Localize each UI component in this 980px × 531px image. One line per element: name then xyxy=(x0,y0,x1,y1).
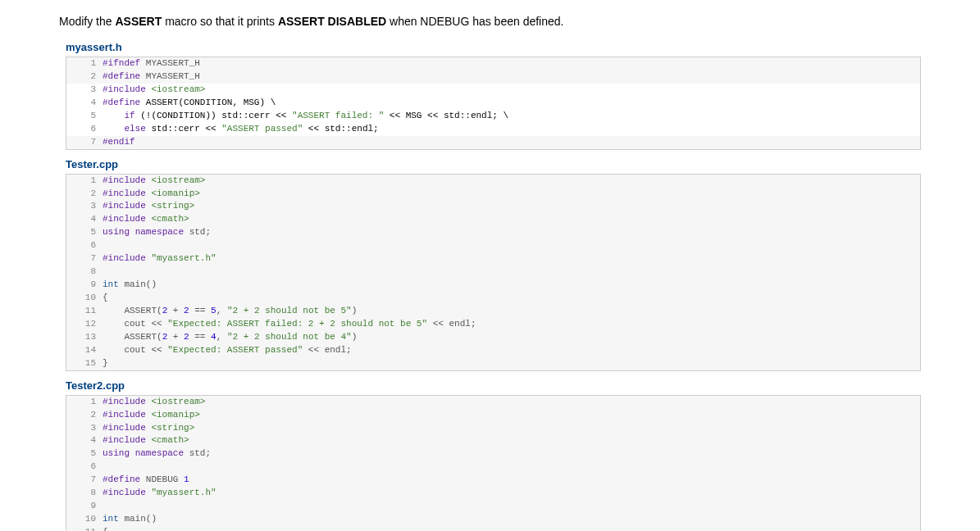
code-line[interactable]: 6 else std::cerr << "ASSERT passed" << s… xyxy=(66,123,920,136)
code-text: #include <string> xyxy=(103,422,920,435)
code-text xyxy=(103,500,920,513)
code-line: 11{ xyxy=(66,526,920,531)
file-name: Tester2.cpp xyxy=(66,379,921,392)
line-number: 12 xyxy=(66,318,103,331)
code-text: #include "myassert.h" xyxy=(103,252,920,266)
code-line[interactable]: 3#include <iostream> xyxy=(66,84,920,97)
code-text: #include <iomanip> xyxy=(103,188,920,201)
file-block: Tester.cpp1#include <iostream>2#include … xyxy=(66,158,921,371)
code-line: 6 xyxy=(66,461,920,474)
line-number: 8 xyxy=(66,487,103,500)
code-text: #define MYASSERT_H xyxy=(103,70,920,84)
line-number: 5 xyxy=(66,226,103,239)
line-number: 3 xyxy=(66,84,103,97)
line-number: 4 xyxy=(66,97,103,110)
line-number: 3 xyxy=(66,422,103,435)
code-text: #include <iomanip> xyxy=(103,409,920,422)
code-line[interactable]: 4#define ASSERT(CONDITION, MSG) \ xyxy=(66,97,920,110)
code-text: { xyxy=(103,292,920,305)
code-text: #include <cmath> xyxy=(103,213,920,226)
code-text: #include "myassert.h" xyxy=(103,487,920,500)
line-number: 7 xyxy=(66,474,103,487)
line-number: 14 xyxy=(66,344,103,357)
code-text: #ifndef MYASSERT_H xyxy=(103,57,920,70)
line-number: 13 xyxy=(66,331,103,344)
assert-macro: ASSERT xyxy=(115,15,162,28)
code-line: 9int main() xyxy=(66,279,920,292)
code-line: 9 xyxy=(66,500,920,513)
line-number: 10 xyxy=(66,292,103,305)
code-text: cout << "Expected: ASSERT passed" << end… xyxy=(103,344,920,357)
file-name: Tester.cpp xyxy=(66,158,921,170)
code-line: 8 xyxy=(66,266,920,279)
code-text[interactable]: #define ASSERT(CONDITION, MSG) \ xyxy=(103,97,920,110)
code-text: #include <cmath> xyxy=(103,434,920,447)
code-line: 2#define MYASSERT_H xyxy=(66,70,920,84)
line-number: 15 xyxy=(66,357,103,370)
code-line: 1#include <iostream> xyxy=(66,396,920,409)
code-line[interactable]: 5 if (!(CONDITION)) std::cerr << "ASSERT… xyxy=(66,110,920,123)
line-number: 9 xyxy=(66,279,103,292)
code-text[interactable]: else std::cerr << "ASSERT passed" << std… xyxy=(103,123,920,136)
line-number: 7 xyxy=(66,136,103,149)
code-line: 6 xyxy=(66,239,920,252)
code-line: 7#endif xyxy=(66,136,920,149)
line-number: 5 xyxy=(66,110,103,123)
code-text: #define NDEBUG 1 xyxy=(103,474,920,487)
line-number: 5 xyxy=(66,447,103,461)
code-area: 1#ifndef MYASSERT_H2#define MYASSERT_H3#… xyxy=(66,57,921,150)
code-area: 1#include <iostream>2#include <iomanip>3… xyxy=(66,174,921,371)
code-line: 4#include <cmath> xyxy=(66,213,920,226)
code-line: 11 ASSERT(2 + 2 == 5, "2 + 2 should not … xyxy=(66,305,920,318)
code-line: 3#include <string> xyxy=(66,422,920,435)
code-text[interactable]: if (!(CONDITION)) std::cerr << "ASSERT f… xyxy=(103,110,920,123)
code-line: 2#include <iomanip> xyxy=(66,409,920,422)
code-text: int main() xyxy=(103,279,920,292)
file-name: myassert.h xyxy=(66,41,921,53)
line-number: 1 xyxy=(66,175,103,188)
assert-disabled-text: ASSERT DISABLED xyxy=(278,15,386,28)
code-line: 5using namespace std; xyxy=(66,226,920,239)
file-block: Tester2.cpp1#include <iostream>2#include… xyxy=(66,379,921,531)
code-line: 3#include <string> xyxy=(66,200,920,213)
line-number: 1 xyxy=(66,57,103,70)
line-number: 11 xyxy=(66,526,103,531)
code-text[interactable]: #include <iostream> xyxy=(103,84,920,97)
code-text: ASSERT(2 + 2 == 5, "2 + 2 should not be … xyxy=(103,305,920,318)
code-text: cout << "Expected: ASSERT failed: 2 + 2 … xyxy=(103,318,920,331)
code-line: 1#ifndef MYASSERT_H xyxy=(66,57,920,70)
instruction-prefix: Modify the xyxy=(59,15,115,28)
line-number: 9 xyxy=(66,500,103,513)
line-number: 2 xyxy=(66,70,103,84)
line-number: 6 xyxy=(66,123,103,136)
line-number: 4 xyxy=(66,434,103,447)
code-text xyxy=(103,461,920,474)
line-number: 3 xyxy=(66,200,103,213)
code-area: 1#include <iostream>2#include <iomanip>3… xyxy=(66,395,921,531)
code-line: 10{ xyxy=(66,292,920,305)
code-text: int main() xyxy=(103,513,920,526)
code-line: 7#define NDEBUG 1 xyxy=(66,474,920,487)
code-line: 5using namespace std; xyxy=(66,447,920,461)
code-line: 1#include <iostream> xyxy=(66,175,920,188)
code-text: #include <iostream> xyxy=(103,175,920,188)
instruction-suffix: when NDEBUG has been defined. xyxy=(386,15,563,28)
code-line: 15} xyxy=(66,357,920,370)
code-text: { xyxy=(103,526,920,531)
line-number: 11 xyxy=(66,305,103,318)
code-line: 8#include "myassert.h" xyxy=(66,487,920,500)
code-text: #endif xyxy=(103,136,920,149)
code-line: 4#include <cmath> xyxy=(66,434,920,447)
code-text: } xyxy=(103,357,920,370)
code-text: #include <iostream> xyxy=(103,396,920,409)
code-text xyxy=(103,266,920,279)
code-line: 2#include <iomanip> xyxy=(66,188,920,201)
code-text: using namespace std; xyxy=(103,226,920,239)
line-number: 1 xyxy=(66,396,103,409)
code-line: 10int main() xyxy=(66,513,920,526)
instruction-text: Modify the ASSERT macro so that it print… xyxy=(59,15,921,28)
code-line: 14 cout << "Expected: ASSERT passed" << … xyxy=(66,344,920,357)
line-number: 7 xyxy=(66,252,103,266)
line-number: 2 xyxy=(66,409,103,422)
instruction-mid: macro so that it prints xyxy=(162,15,278,28)
